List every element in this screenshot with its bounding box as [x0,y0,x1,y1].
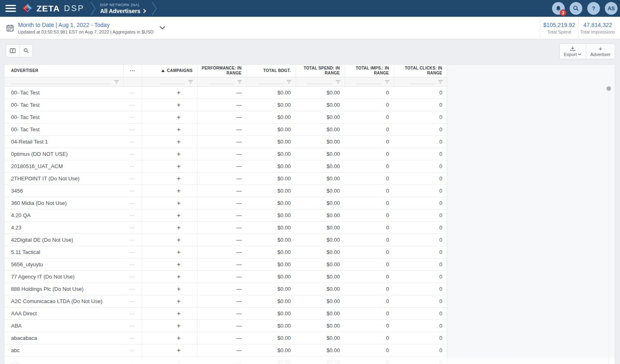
filter-input[interactable] [209,79,234,84]
column-header-performance[interactable]: PERFORMANCE: IN RANGE [197,65,247,77]
expand-campaigns-button[interactable]: + [142,160,197,172]
expand-campaigns-button[interactable]: + [142,271,197,283]
advertiser-name[interactable]: 42Digital DE (Do Not Use) [5,234,123,246]
table-row[interactable]: 00- Tac Test ••• + — $0.00 $0.00 0 0 [5,111,447,124]
expand-campaigns-button[interactable]: + [142,148,197,160]
row-menu-button[interactable]: ••• [123,136,142,148]
table-row[interactable]: 4.23 ••• + — $0.00 $0.00 0 0 [5,222,447,234]
advertiser-name[interactable]: 77 Agency IT (Do Not Use) [5,271,123,283]
advertiser-name[interactable]: 5656_utyuytu [5,258,123,270]
advertiser-name[interactable]: ABA [5,320,123,332]
expand-campaigns-button[interactable]: + [142,320,197,332]
expand-campaigns-button[interactable]: + [142,283,197,295]
filter-input[interactable] [356,79,382,84]
advertiser-name[interactable]: 4.23 [5,222,123,234]
row-menu-button[interactable]: ••• [123,209,142,221]
filter-icon[interactable] [335,80,341,84]
filter-icon[interactable] [188,80,193,84]
row-menu-button[interactable]: ••• [123,185,142,197]
date-range-selector[interactable]: Month to Date | Aug 1, 2022 - Today Upda… [7,17,165,39]
table-row[interactable]: 00- Tac Test ••• + — $0.00 $0.00 0 0 [5,87,447,99]
expand-campaigns-button[interactable]: + [142,308,197,319]
filter-total-budget[interactable] [247,77,296,86]
row-menu-button[interactable]: ••• [123,87,142,99]
add-advertiser-button[interactable]: + Advertiser [586,44,615,59]
filter-icon[interactable] [114,80,119,84]
filter-icon[interactable] [385,80,390,84]
row-menu-button[interactable]: ••• [123,197,142,209]
expand-campaigns-button[interactable]: + [142,87,197,99]
filter-campaigns[interactable] [142,77,197,86]
column-menu-button[interactable]: ••• [123,65,142,77]
row-menu-button[interactable]: ••• [123,283,142,295]
expand-campaigns-button[interactable]: + [142,234,197,246]
row-menu-button[interactable]: ••• [123,99,142,111]
table-row[interactable]: 00- Tac Test ••• + — $0.00 $0.00 0 0 [5,99,447,111]
filter-input[interactable] [160,79,185,84]
advertiser-name[interactable]: AAA Direct [5,308,123,319]
brand-logo[interactable]: ZETA DSP [22,3,84,14]
advertiser-name[interactable]: 888 Holdings Plc (Do Not Use) [5,283,123,295]
filter-advertiser[interactable] [5,77,123,86]
row-menu-button[interactable]: ••• [123,332,142,344]
table-row[interactable]: 0ptimus (DO NOT USE) ••• + — $0.00 $0.00… [5,148,447,160]
table-row[interactable]: 42Digital DE (Do Not Use) ••• + — $0.00 … [5,234,447,246]
column-header-total-budget[interactable]: TOTAL BDGT. [247,65,296,77]
expand-campaigns-button[interactable]: + [142,136,197,148]
table-row[interactable]: 888 Holdings Plc (Do Not Use) ••• + — $0… [5,283,447,295]
chevron-down-icon[interactable] [159,26,165,30]
filter-total-clicks[interactable] [394,77,447,86]
expand-campaigns-button[interactable]: + [142,258,197,270]
row-menu-button[interactable]: ••• [123,148,142,160]
advertiser-name[interactable]: abc [5,357,123,364]
filter-icon[interactable] [438,80,443,84]
row-menu-button[interactable]: ••• [123,160,142,172]
advertiser-name[interactable]: abc [5,344,123,356]
table-row[interactable]: abc ••• + — $0.00 $0.00 0 0 [5,344,447,357]
advertiser-name[interactable]: abacabaca [5,332,123,344]
advertiser-name[interactable]: 0ptimus (DO NOT USE) [5,148,123,160]
advertiser-name[interactable]: 360 Midia (Do Not Use) [5,197,123,209]
row-menu-button[interactable]: ••• [123,295,142,307]
filter-icon[interactable] [286,80,292,84]
column-header-total-spend[interactable]: TOTAL SPEND: IN RANGE [296,65,345,77]
table-row[interactable]: 4.20 QA ••• + — $0.00 $0.00 0 0 [5,209,447,222]
table-row[interactable]: 00- Tac Test ••• + — $0.00 $0.00 0 0 [5,124,447,136]
filter-input[interactable] [410,79,435,84]
row-menu-button[interactable]: ••• [123,124,142,135]
expand-campaigns-button[interactable]: + [142,99,197,111]
expand-campaigns-button[interactable]: + [142,173,197,184]
column-header-advertiser[interactable]: ADVERTISER [5,65,123,77]
expand-campaigns-button[interactable]: + [142,209,197,221]
notifications-button[interactable]: 3 [552,2,565,15]
row-menu-button[interactable]: ••• [123,173,142,184]
expand-campaigns-button[interactable]: + [142,344,197,356]
advertiser-name[interactable]: 3456 [5,185,123,197]
expand-campaigns-button[interactable]: + [142,111,197,123]
advertiser-name[interactable]: 5.11 Tactical [5,246,123,258]
advertiser-name[interactable]: 00- Tac Test [5,87,123,99]
row-menu-button[interactable]: ••• [123,246,142,258]
table-row[interactable]: 3456 ••• + — $0.00 $0.00 0 0 [5,185,447,197]
row-menu-button[interactable]: ••• [123,320,142,332]
row-menu-button[interactable]: ••• [123,111,142,123]
advertiser-name[interactable]: 00- Tac Test [5,124,123,135]
column-chooser-button[interactable] [6,45,19,57]
column-header-total-imps[interactable]: TOTAL IMPS.: IN RANGE [345,65,394,77]
advertiser-name[interactable]: A2C Comunicacao LTDA (Do Not Use) [5,295,123,307]
advertiser-name[interactable]: 04-Retail Test 1 [5,136,123,148]
row-menu-button[interactable]: ••• [123,357,142,364]
table-row[interactable]: AAA Direct ••• + — $0.00 $0.00 0 0 [5,308,447,320]
filter-input[interactable] [11,79,111,84]
table-row[interactable]: 04-Retail Test 1 ••• + — $0.00 $0.00 0 0 [5,136,447,148]
table-row[interactable]: 77 Agency IT (Do Not Use) ••• + — $0.00 … [5,271,447,283]
expand-campaigns-button[interactable]: + [142,222,197,234]
expand-campaigns-button[interactable]: + [142,357,197,364]
filter-total-imps[interactable] [345,77,394,86]
scrollbar-thumb[interactable] [606,86,611,91]
table-row[interactable]: 5.11 Tactical ••• + — $0.00 $0.00 0 0 [5,246,447,258]
expand-campaigns-button[interactable]: + [142,185,197,197]
expand-campaigns-button[interactable]: + [142,295,197,307]
expand-campaigns-button[interactable]: + [142,246,197,258]
expand-campaigns-button[interactable]: + [142,197,197,209]
